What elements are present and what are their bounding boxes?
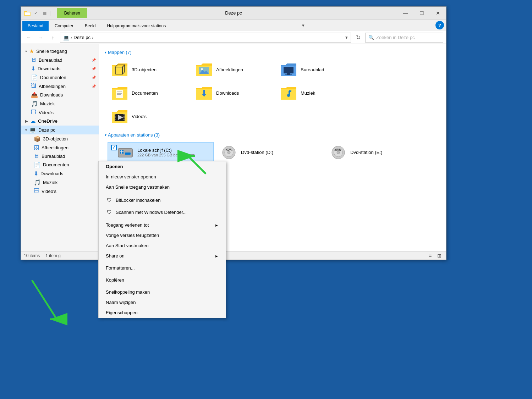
expand-icon: ▾ [25,49,27,53]
svg-text:DVD: DVD [335,149,341,152]
submenu-arrow2: ► [215,254,219,258]
search-box[interactable]: 🔍 Zoeken in Deze pc [365,33,443,43]
folders-section-header[interactable]: ▾ Mappen (7) [105,50,440,55]
folder-videos[interactable]: Video's [108,106,189,127]
sidebar-item-muziek[interactable]: 🎵 Muziek [21,99,99,108]
separator: | [49,10,51,16]
sidebar-item-documenten2[interactable]: 📄 Documenten [21,160,99,169]
svg-text:DVD: DVD [226,149,232,152]
path-dropdown[interactable]: ▾ [345,35,348,40]
folder-muziek[interactable]: Muziek [276,83,358,103]
folder-icon-3d [111,62,128,77]
status-view-controls: ≡ ⊞ [426,252,443,260]
ctx-vorige-versies[interactable]: Vorige versies terugzetten [99,230,226,240]
drive-d[interactable]: DVD Dvd-station (D:) [217,142,323,162]
ctx-toegang[interactable]: Toegang verlenen tot ► [99,220,226,230]
sidebar-item-afbeeldingen[interactable]: 🖼 Afbeeldingen 📌 [21,82,99,90]
status-bar: 10 items 1 item g ≡ ⊞ [21,251,446,260]
sidebar-item-muziek2[interactable]: 🎵 Muziek [21,178,99,187]
sidebar-item-afbeeldingen2[interactable]: 🖼 Afbeeldingen [21,143,99,152]
tab-computer[interactable]: Computer [49,21,79,31]
drive-name: Lokale schijf (C:) [137,148,194,153]
quick-access-icon: ✓ [32,10,39,17]
window-controls: — ☐ ✕ [397,7,446,20]
sidebar-item-downloads3[interactable]: ⬇ Downloads [21,169,99,178]
ctx-divider-5 [99,286,226,286]
ctx-bitlocker[interactable]: 🛡 BitLocker inschakelen [99,194,226,206]
ctx-label: Aan Start vastmaken [106,243,149,248]
sidebar-item-documenten[interactable]: 📄 Documenten 📌 [21,73,99,82]
drive-checkbox[interactable]: ✓ [111,145,117,150]
ctx-label: In nieuw venster openen [106,174,156,179]
minimize-button[interactable]: — [397,7,413,20]
check-mark: ✓ [112,145,116,150]
svg-point-7 [201,68,203,70]
svg-rect-19 [123,114,125,115]
view-grid-button[interactable]: ⊞ [435,252,443,260]
sidebar-item-3dobjecten[interactable]: 📦 3D-objecten [21,134,99,143]
tab-bestand[interactable]: Bestand [22,21,49,31]
ctx-eigenschappen[interactable]: Eigenschappen [99,307,226,318]
folder-bureaublad[interactable]: Bureaublad [276,59,358,80]
back-button[interactable]: ← [24,33,34,43]
drive-info: Lokale schijf (C:) 222 GB van 255 GB bes… [137,148,194,157]
sidebar-item-deze-pc[interactable]: ▾ 💻 Deze pc [21,126,99,134]
ctx-label: Formatteren... [106,265,135,271]
sidebar-item-videos[interactable]: 🎞 Video's [21,108,99,117]
ctx-defender[interactable]: 🛡 Scannen met Windows Defender... [99,206,226,218]
help-button[interactable]: ? [435,21,444,29]
sidebar-item-downloads[interactable]: ⬇ Downloads 📌 [21,64,99,73]
drive-e[interactable]: DVD Dvd-station (E:) [326,142,433,162]
folder-name: Downloads [216,90,239,96]
drive-details: 222 GB van 255 GB beschikbaar [137,153,194,157]
address-path[interactable]: 💻 › Deze pc › ▾ [60,33,351,43]
folder-icon-afb [196,62,213,77]
drive-c[interactable]: ✓ [108,142,214,162]
sidebar-item-onedrive[interactable]: ▶ ☁ OneDrive [21,117,99,126]
manage-button[interactable]: Beheren [57,8,87,18]
ctx-nieuw-venster[interactable]: In nieuw venster openen [99,172,226,182]
sidebar-item-downloads2[interactable]: 📥 Downloads [21,90,99,99]
sidebar-label: Afbeeldingen [42,145,68,150]
folder-3d-objecten[interactable]: 3D-objecten [108,59,189,80]
ribbon-chevron[interactable]: ▾ [299,21,308,29]
sidebar-item-bureaublad2[interactable]: 🖥 Bureaublad [21,152,99,160]
ctx-openen[interactable]: Openen [99,161,226,172]
refresh-button[interactable]: ↻ [353,33,363,43]
folder-name: Afbeeldingen [216,67,243,72]
ctx-snelle-toegang[interactable]: Aan Snelle toegang vastmaken [99,182,226,192]
ctx-label: Kopiëren [106,277,124,283]
title-bar: ✓ ▤ | Beheren Deze pc — ☐ ✕ [21,7,446,20]
ctx-naam-wijzigen[interactable]: Naam wijzigen [99,297,226,307]
ctx-start-vastmaken[interactable]: Aan Start vastmaken [99,240,226,251]
sidebar: ▾ ★ Snelle toegang 🖥 Bureaublad 📌 ⬇ Down… [21,44,99,251]
ctx-snelkoppeling[interactable]: Snelkoppeling maken [99,287,226,297]
video-icon2: 🎞 [34,188,39,194]
submenu-arrow: ► [215,223,219,227]
folder-downloads[interactable]: Downloads [192,83,274,103]
drives-section-header[interactable]: ▾ Apparaten en stations (3) [105,132,440,138]
ctx-formatteren[interactable]: Formatteren... [99,263,226,273]
tab-beeld[interactable]: Beeld [79,21,101,31]
forward-button[interactable]: → [36,33,46,43]
maximize-button[interactable]: ☐ [413,7,430,20]
up-button[interactable]: ↑ [48,33,58,43]
tab-hulpprogramma[interactable]: Hulpprogramma's voor stations [102,21,171,31]
expand-icon2: ▶ [25,119,28,123]
close-button[interactable]: ✕ [430,7,446,20]
sidebar-item-bureaublad[interactable]: 🖥 Bureaublad 📌 [21,56,99,64]
sidebar-item-videos2[interactable]: 🎞 Video's [21,187,99,195]
pin-icon: 📌 [92,67,96,71]
file-explorer-window: ✓ ▤ | Beheren Deze pc — ☐ ✕ Bestand Comp… [21,6,446,260]
drives-chevron: ▾ [105,133,106,137]
sidebar-item-snelle-toegang[interactable]: ▾ ★ Snelle toegang [21,47,99,56]
sidebar-label: Documenten [40,75,66,80]
view-list-button[interactable]: ≡ [426,252,434,260]
ctx-divider-3 [99,262,226,262]
folder-documenten[interactable]: Documenten [108,83,189,103]
folder-afbeeldingen[interactable]: Afbeeldingen [192,59,274,80]
drive-icon-e: DVD [330,145,347,160]
ctx-kopieren[interactable]: Kopiëren [99,275,226,285]
ctx-share-on[interactable]: Share on ► [99,251,226,261]
ctx-divider-1 [99,193,226,193]
